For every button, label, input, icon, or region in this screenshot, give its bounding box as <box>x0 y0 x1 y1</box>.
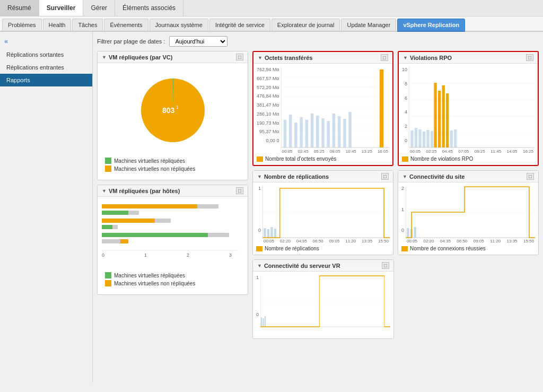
tab-evenements[interactable]: Événements <box>104 19 148 31</box>
octets-y-label-2: 572,20 Mo <box>257 85 279 90</box>
tab-journaux[interactable]: Journaux système <box>150 19 208 31</box>
panel-minimize-serveur-vr[interactable]: □ <box>382 262 389 269</box>
panel-vm-repliquees-hotes: ▼ VM répliquées (par hôtes) □ <box>97 185 248 295</box>
panel-collapse-connectivite[interactable]: ▼ <box>402 174 407 179</box>
panel-collapse-octets[interactable]: ▼ <box>258 55 262 60</box>
legend-item-repliquees: Machines virtuelles répliquées <box>105 158 240 164</box>
conn-x-3: 06:50 <box>457 239 467 243</box>
panel-body-connectivite: 2 1 0 <box>398 182 538 255</box>
svg-rect-51 <box>418 129 421 147</box>
vr-y-0: 1 <box>256 275 259 280</box>
svg-rect-75 <box>414 227 416 238</box>
panel-minimize-connectivite[interactable]: □ <box>527 173 534 180</box>
nav-surveiller[interactable]: Surveiller <box>39 0 84 16</box>
svg-rect-52 <box>423 132 425 147</box>
tab-taches[interactable]: Tâches <box>72 19 103 31</box>
conn-y-0: 2 <box>401 186 404 191</box>
octets-x-4: 10:45 <box>346 149 356 154</box>
svg-rect-49 <box>410 130 413 147</box>
panel-minimize-octets[interactable]: □ <box>381 54 388 61</box>
panel-collapse-icon-hotes[interactable]: ▼ <box>102 188 107 194</box>
sidebar-item-replications-entrantes[interactable]: Réplications entrantes <box>0 61 92 74</box>
filter-date-select[interactable]: Aujourd'hui Hier 7 derniers jours <box>169 36 227 47</box>
svg-rect-6 <box>102 219 155 223</box>
octets-y-label-6: 190,73 Mo <box>257 120 279 126</box>
svg-rect-40 <box>348 112 352 147</box>
octets-chart-svg <box>281 67 389 149</box>
legend-label-non-repliquees: Machines virtuelles non répliquées <box>114 166 195 172</box>
panel-collapse-icon[interactable]: ▼ <box>102 55 107 60</box>
panel-collapse-replications[interactable]: ▼ <box>257 174 262 179</box>
svg-rect-68 <box>274 229 276 238</box>
nav-elements[interactable]: Éléments associés <box>115 0 183 16</box>
svg-rect-12 <box>102 239 120 243</box>
svg-rect-32 <box>305 120 308 147</box>
sidebar-item-replications-sortantes[interactable]: Réplications sortantes <box>0 48 92 61</box>
octets-y-label-7: 95,37 Mo <box>257 129 279 134</box>
repl-x-1: 02:20 <box>280 239 291 243</box>
svg-rect-81 <box>262 318 264 327</box>
octets-y-label-5: 286,10 Mo <box>257 111 279 117</box>
tab-problemes[interactable]: Problèmes <box>2 19 42 31</box>
panel-body-vm-hotes: 0 1 2 3 Machines virtuelles répliquées <box>98 197 248 294</box>
tab-integrite[interactable]: Intégrité de service <box>209 19 270 31</box>
panel-title-vm-vc: VM répliquées (par VC) <box>109 54 172 60</box>
legend-color-non-repliquees <box>105 165 111 172</box>
conn-chart-svg <box>406 186 535 239</box>
svg-rect-10 <box>102 233 208 237</box>
panel-collapse-rpo[interactable]: ▼ <box>403 55 408 60</box>
conn-legend-label: Nombre de connexions réussies <box>410 246 486 251</box>
conn-y-1: 1 <box>401 207 404 212</box>
tab-explorateur[interactable]: Explorateur de journal <box>272 19 340 31</box>
repl-y-2: 0 <box>256 228 261 233</box>
sidebar-item-rapports[interactable]: Rapports <box>0 74 92 86</box>
panel-body-rpo: 10 8 6 4 2 0 <box>399 64 538 165</box>
svg-rect-35 <box>321 118 325 147</box>
svg-rect-55 <box>434 83 436 147</box>
nav-resume[interactable]: Résumé <box>0 0 39 16</box>
panel-collapse-serveur-vr[interactable]: ▼ <box>257 263 262 268</box>
rpo-x-4: 09:25 <box>475 149 485 154</box>
svg-rect-56 <box>438 91 441 147</box>
octets-x-5: 13:25 <box>362 149 372 154</box>
tab-update-manager[interactable]: Update Manager <box>341 19 396 31</box>
panel-minimize-replications[interactable]: □ <box>381 173 389 180</box>
panel-title-connectivite: Connectivité du site <box>409 173 465 180</box>
repl-x-2: 04:35 <box>296 239 307 243</box>
octets-legend-label: Nombre total d'octets envoyés <box>265 156 336 162</box>
svg-rect-39 <box>343 119 346 147</box>
rpo-y-0: 10 <box>402 67 407 72</box>
tab-health[interactable]: Health <box>43 19 72 31</box>
top-navigation: Résumé Surveiller Gérer Éléments associé… <box>0 0 543 16</box>
conn-x-0: 00:05 <box>407 239 417 243</box>
pie-chart: 803 1 <box>125 71 221 150</box>
conn-x-6: 13:35 <box>507 239 518 243</box>
nav-gerer[interactable]: Gérer <box>83 0 115 16</box>
tab-vsphere-replication[interactable]: vSphere Replication <box>397 19 465 32</box>
panel-minimize-vm-vc[interactable]: □ <box>236 54 243 60</box>
panel-minimize-rpo[interactable]: □ <box>526 54 533 61</box>
svg-rect-60 <box>454 129 457 147</box>
panel-minimize-vm-hotes[interactable]: □ <box>236 187 243 194</box>
svg-rect-29 <box>288 115 292 147</box>
content-area: Filtrer par plage de dates : Aujourd'hui… <box>93 32 543 382</box>
conn-x-5: 11:20 <box>490 239 501 243</box>
octets-x-6: 16:05 <box>378 149 388 154</box>
svg-text:0: 0 <box>102 252 104 258</box>
panel-header-vm-hotes: ▼ VM répliquées (par hôtes) □ <box>98 185 248 197</box>
svg-rect-37 <box>332 114 335 147</box>
panel-header-octets: ▼ Octets transférés □ <box>253 52 392 64</box>
repl-y-0: 1 <box>256 186 261 191</box>
sidebar-collapse-icon[interactable]: « <box>0 34 92 48</box>
panel-title-serveur-vr: Connectivité du serveur VR <box>264 263 340 269</box>
rpo-x-3: 07:05 <box>458 149 469 154</box>
hbar-legend-item-repliquees: Machines virtuelles répliquées <box>105 272 240 278</box>
panel-connectivite-serveur-vr: ▼ Connectivité du serveur VR □ 1 0 <box>252 259 394 339</box>
svg-rect-41 <box>379 69 383 147</box>
octets-x-3: 08:05 <box>330 149 340 154</box>
legend-label-repliquees: Machines virtuelles répliquées <box>114 158 185 164</box>
panel-octets-transferes: ▼ Octets transférés □ 762,94 Mo 667,57 M… <box>252 51 393 166</box>
repl-x-5: 11:20 <box>345 239 356 243</box>
svg-rect-73 <box>407 228 409 238</box>
panel-body-replications: 1 0 <box>253 182 393 255</box>
